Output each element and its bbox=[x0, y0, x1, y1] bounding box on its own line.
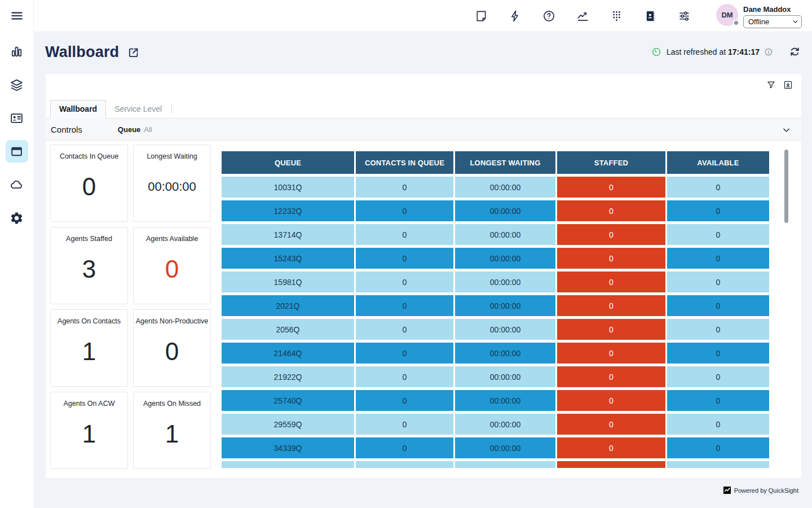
kpi-title: Agents On ACW bbox=[63, 400, 114, 408]
last-refreshed-text: Last refreshed at 17:41:17 bbox=[667, 47, 760, 56]
table-cell: 2021Q bbox=[222, 295, 354, 316]
kpi-title: Longest Waiting bbox=[147, 152, 197, 160]
table-cell: 0 bbox=[557, 200, 665, 221]
table-cell: 0 bbox=[557, 366, 665, 387]
cloud-icon bbox=[10, 178, 24, 192]
sidebar bbox=[0, 0, 34, 508]
table-cell: 0 bbox=[356, 248, 453, 269]
tab-separator bbox=[171, 104, 172, 113]
help-icon[interactable] bbox=[542, 10, 555, 23]
lightning-icon[interactable] bbox=[509, 10, 522, 23]
external-link-icon[interactable] bbox=[127, 46, 140, 59]
user-name: Dane Maddox bbox=[743, 5, 802, 14]
kpi-value: 00:00:00 bbox=[148, 160, 196, 221]
kpi-title: Contacts In Queue bbox=[60, 152, 118, 160]
status-select[interactable]: Offline bbox=[743, 15, 802, 28]
table-cell: 21464Q bbox=[222, 343, 354, 364]
table-cell: 0 bbox=[667, 224, 769, 245]
queue-filter-value[interactable]: All bbox=[144, 125, 152, 134]
main-content: Wallboard Last refreshed at 17:41:17 bbox=[34, 32, 812, 508]
table-cell: 0 bbox=[667, 366, 769, 387]
sidebar-item-cloud[interactable] bbox=[6, 173, 28, 196]
table-cell: 0 bbox=[557, 271, 665, 292]
table-cell: 0 bbox=[667, 177, 769, 198]
table-header-cell: CONTACTS IN QUEUE bbox=[356, 151, 453, 174]
table-cell: 0 bbox=[667, 414, 769, 435]
sidebar-item-channels[interactable] bbox=[6, 73, 28, 96]
bar-chart-icon bbox=[10, 45, 24, 59]
browser-window-icon bbox=[10, 144, 24, 159]
kpi-value: 0 bbox=[165, 325, 179, 386]
quicksight-logo-icon bbox=[723, 487, 731, 494]
hamburger-menu-icon[interactable] bbox=[10, 8, 24, 23]
table-cell: 13714Q bbox=[222, 224, 354, 245]
kpi-title: Agents Non-Productive bbox=[136, 317, 209, 325]
avatar[interactable]: DM bbox=[716, 4, 738, 26]
table-cell: 34339Q bbox=[222, 437, 354, 458]
table-header-cell: STAFFED bbox=[557, 151, 665, 174]
table-cell: 00:00:00 bbox=[455, 177, 555, 198]
tab-service-level[interactable]: Service Level bbox=[106, 100, 170, 118]
kpi-value: 1 bbox=[165, 408, 179, 468]
sliders-icon[interactable] bbox=[678, 10, 691, 23]
topbar: DM Dane Maddox Offline bbox=[0, 0, 812, 32]
powered-by-text: Powered by QuickSight bbox=[734, 487, 798, 494]
layers-icon bbox=[10, 78, 24, 92]
table-scrollbar[interactable] bbox=[784, 150, 788, 223]
kpi-card: Agents Available 0 bbox=[133, 227, 211, 304]
kpi-value: 0 bbox=[165, 243, 179, 304]
table-cell: 15243Q bbox=[222, 248, 354, 269]
table-cell bbox=[557, 461, 665, 468]
sidebar-item-metrics[interactable] bbox=[6, 40, 28, 63]
kpi-card: Longest Waiting 00:00:00 bbox=[133, 144, 211, 222]
tab-wallboard[interactable]: Wallboard bbox=[50, 100, 106, 119]
table-cell: 10031Q bbox=[222, 177, 354, 198]
table-cell: 0 bbox=[557, 224, 665, 245]
table-cell: 00:00:00 bbox=[455, 248, 555, 269]
line-chart-icon[interactable] bbox=[576, 10, 589, 23]
controls-bar[interactable]: Controls Queue All bbox=[46, 118, 801, 141]
sidebar-item-agents[interactable] bbox=[6, 107, 28, 129]
note-icon[interactable] bbox=[475, 10, 488, 23]
dashboard-panel: Wallboard Service Level Controls Queue A… bbox=[46, 74, 801, 478]
status-dot bbox=[733, 20, 739, 26]
table-cell: 00:00:00 bbox=[455, 319, 555, 340]
sidebar-item-settings[interactable] bbox=[6, 207, 28, 229]
table-cell: 0 bbox=[356, 177, 453, 198]
kpi-card: Agents Staffed 3 bbox=[50, 227, 128, 304]
table-cell: 15981Q bbox=[222, 271, 354, 292]
table-cell: 0 bbox=[667, 390, 769, 411]
table-cell: 0 bbox=[557, 319, 665, 340]
table-cell: 0 bbox=[667, 437, 769, 458]
refresh-button[interactable] bbox=[789, 46, 801, 58]
filter-icon[interactable] bbox=[766, 80, 776, 90]
table-cell: 0 bbox=[356, 224, 453, 245]
table-cell: 2056Q bbox=[222, 319, 354, 340]
controls-label: Controls bbox=[51, 125, 82, 134]
tab-bar: Wallboard Service Level bbox=[50, 100, 173, 118]
sidebar-item-wallboard[interactable] bbox=[6, 140, 28, 163]
table-cell bbox=[222, 461, 354, 468]
table-cell: 0 bbox=[557, 177, 665, 198]
table-cell: 25740Q bbox=[222, 390, 354, 411]
contacts-icon[interactable] bbox=[644, 10, 657, 23]
table-cell bbox=[356, 461, 453, 468]
table-cell: 0 bbox=[557, 343, 665, 364]
kpi-value: 1 bbox=[82, 408, 96, 468]
table-cell: 0 bbox=[667, 319, 769, 340]
table-cell: 0 bbox=[667, 271, 769, 292]
dialpad-icon[interactable] bbox=[610, 10, 623, 23]
table-cell: 21922Q bbox=[222, 366, 354, 387]
export-icon[interactable] bbox=[783, 80, 793, 90]
table-cell: 0 bbox=[667, 200, 769, 221]
info-icon[interactable] bbox=[764, 47, 773, 56]
table-cell: 0 bbox=[557, 390, 665, 411]
controls-collapse-chevron-icon[interactable] bbox=[782, 125, 791, 135]
user-block: DM Dane Maddox Offline bbox=[716, 4, 802, 28]
table-cell: 0 bbox=[356, 390, 453, 411]
table-cell: 00:00:00 bbox=[455, 271, 555, 292]
kpi-title: Agents On Missed bbox=[143, 400, 201, 408]
table-header-cell: QUEUE bbox=[222, 151, 354, 174]
kpi-value: 1 bbox=[82, 325, 96, 386]
powered-by: Powered by QuickSight bbox=[723, 487, 798, 494]
